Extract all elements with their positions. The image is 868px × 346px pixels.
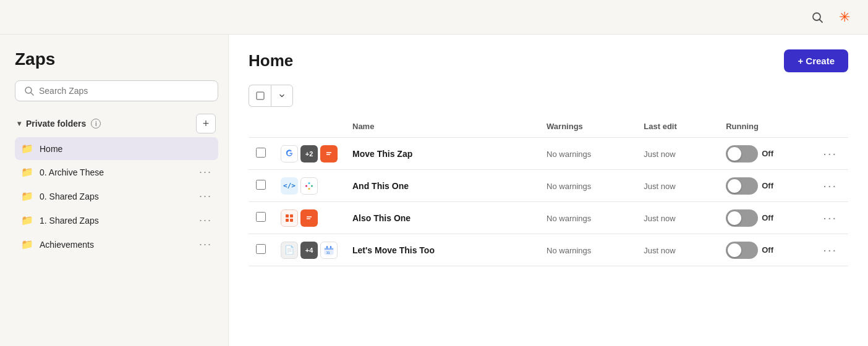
row2-icon-slack xyxy=(300,177,318,195)
row4-toggle-knob xyxy=(728,243,741,257)
row1-checkbox[interactable] xyxy=(256,148,266,158)
folder-more-shared1[interactable]: ··· xyxy=(199,214,212,227)
svg-rect-21 xyxy=(326,246,328,248)
row1-icon-plus2: +2 xyxy=(300,145,318,162)
row4-warnings-cell: No warnings xyxy=(539,234,636,266)
row1-name: Move This Zap xyxy=(352,149,412,159)
svg-rect-15 xyxy=(290,219,293,222)
folder-more-achievements[interactable]: ··· xyxy=(199,238,212,251)
row4-icon-doc: 📄 xyxy=(281,242,298,259)
sidebar: Zaps ▾ Private folders i + 📁 Home 📁 0. A… xyxy=(0,35,229,346)
search-box xyxy=(15,80,218,101)
row1-icon-note xyxy=(320,145,338,162)
row2-toggle-label: Off xyxy=(762,181,773,190)
row4-running-cell: Off xyxy=(718,234,812,266)
add-folder-button[interactable]: + xyxy=(196,114,216,133)
sidebar-search-icon xyxy=(24,86,34,96)
table-header-row: Name Warnings Last edit Running xyxy=(249,118,848,138)
sidebar-item-shared1[interactable]: 📁 1. Shared Zaps ··· xyxy=(15,208,218,232)
row3-name: Also This One xyxy=(352,213,411,223)
sidebar-item-shared0[interactable]: 📁 0. Shared Zaps ··· xyxy=(15,184,218,208)
row1-checkbox-cell xyxy=(249,138,273,170)
col-header-running: Running xyxy=(718,118,812,138)
sidebar-item-achievements[interactable]: 📁 Achievements ··· xyxy=(15,232,218,256)
sidebar-item-home[interactable]: 📁 Home xyxy=(15,137,218,160)
row3-toggle-label: Off xyxy=(762,213,773,222)
row1-toggle-label: Off xyxy=(762,149,773,158)
table-row: </> xyxy=(249,170,848,202)
folder-icon-archive: 📁 xyxy=(21,166,33,178)
row1-last-edit-cell: Just now xyxy=(636,138,718,170)
row2-warnings-cell: No warnings xyxy=(539,170,636,202)
row1-more-button[interactable]: ··· xyxy=(819,144,841,163)
search-input[interactable] xyxy=(39,86,209,96)
row2-checkbox-cell xyxy=(249,170,273,202)
svg-rect-11 xyxy=(308,188,310,190)
row3-toggle[interactable] xyxy=(726,209,758,227)
row2-checkbox[interactable] xyxy=(256,180,266,190)
folders-header: ▾ Private folders i + xyxy=(15,114,218,133)
folder-more-archive[interactable]: ··· xyxy=(199,166,212,179)
row3-last-edit-cell: Just now xyxy=(636,202,718,234)
folder-more-shared0[interactable]: ··· xyxy=(199,190,212,203)
svg-rect-13 xyxy=(290,214,293,217)
row4-icon-plus4: +4 xyxy=(300,242,318,259)
topbar: ✳ xyxy=(0,0,868,35)
row4-more-button[interactable]: ··· xyxy=(819,240,841,260)
folder-label-home: Home xyxy=(40,144,212,154)
row3-checkbox[interactable] xyxy=(256,212,266,222)
row4-toggle-label: Off xyxy=(762,245,773,255)
row3-warnings: No warnings xyxy=(547,214,591,223)
row4-toggle[interactable] xyxy=(726,242,758,259)
folder-label-archive: 0. Archive These xyxy=(40,167,193,177)
row3-more-button[interactable]: ··· xyxy=(819,208,841,227)
row2-warnings: No warnings xyxy=(547,182,591,191)
row4-warnings: No warnings xyxy=(547,246,591,255)
row1-toggle-knob xyxy=(728,147,741,161)
table-row: +2 Move This Zap xyxy=(249,138,848,170)
row4-name-cell: Let's Move This Too xyxy=(345,234,539,266)
main-layout: Zaps ▾ Private folders i + 📁 Home 📁 0. A… xyxy=(0,35,868,346)
content-header: Home + Create xyxy=(249,49,848,72)
col-header-name: Name xyxy=(345,118,539,138)
svg-rect-16 xyxy=(305,214,313,222)
svg-line-3 xyxy=(31,93,33,95)
svg-rect-5 xyxy=(325,150,333,158)
row1-icons-cell: +2 xyxy=(273,138,345,170)
folder-icon-achievements: 📁 xyxy=(21,238,33,250)
select-dropdown-button[interactable] xyxy=(271,85,293,107)
page-title: Home xyxy=(249,51,293,70)
svg-line-1 xyxy=(820,19,823,22)
row4-name: Let's Move This Too xyxy=(352,245,435,255)
svg-rect-9 xyxy=(308,182,310,184)
row4-checkbox[interactable] xyxy=(256,244,266,254)
row4-icon-calendar: 31 xyxy=(320,242,338,259)
folder-icon-shared0: 📁 xyxy=(21,190,33,202)
col-header-warnings: Warnings xyxy=(539,118,636,138)
select-all-checkbox[interactable] xyxy=(249,85,271,107)
private-folders-label: Private folders xyxy=(26,119,86,129)
row2-last-edit-cell: Just now xyxy=(636,170,718,202)
table-row: Also This One No warnings Just now O xyxy=(249,202,848,234)
row3-icon-note xyxy=(300,209,318,227)
row2-toggle[interactable] xyxy=(726,177,758,195)
zapier-asterisk-icon[interactable]: ✳ xyxy=(836,9,853,26)
row1-name-cell: Move This Zap xyxy=(345,138,539,170)
svg-rect-8 xyxy=(305,185,307,187)
table-row: 📄 +4 31 xyxy=(249,234,848,266)
row1-warnings: No warnings xyxy=(547,150,591,159)
create-button[interactable]: + Create xyxy=(784,49,848,72)
row1-toggle[interactable] xyxy=(726,145,758,162)
folders-chevron-icon[interactable]: ▾ xyxy=(17,119,21,128)
row3-toggle-knob xyxy=(728,211,741,225)
folder-label-shared0: 0. Shared Zaps xyxy=(40,192,193,201)
folder-icon-shared1: 📁 xyxy=(21,214,33,226)
search-icon[interactable] xyxy=(809,9,826,26)
row1-last-edit: Just now xyxy=(644,150,675,159)
row2-more-button[interactable]: ··· xyxy=(819,176,841,195)
col-header-icons xyxy=(273,118,345,138)
row4-checkbox-cell xyxy=(249,234,273,266)
row2-running-cell: Off xyxy=(718,170,812,202)
row2-icons-cell: </> xyxy=(273,170,345,202)
sidebar-item-archive[interactable]: 📁 0. Archive These ··· xyxy=(15,160,218,184)
